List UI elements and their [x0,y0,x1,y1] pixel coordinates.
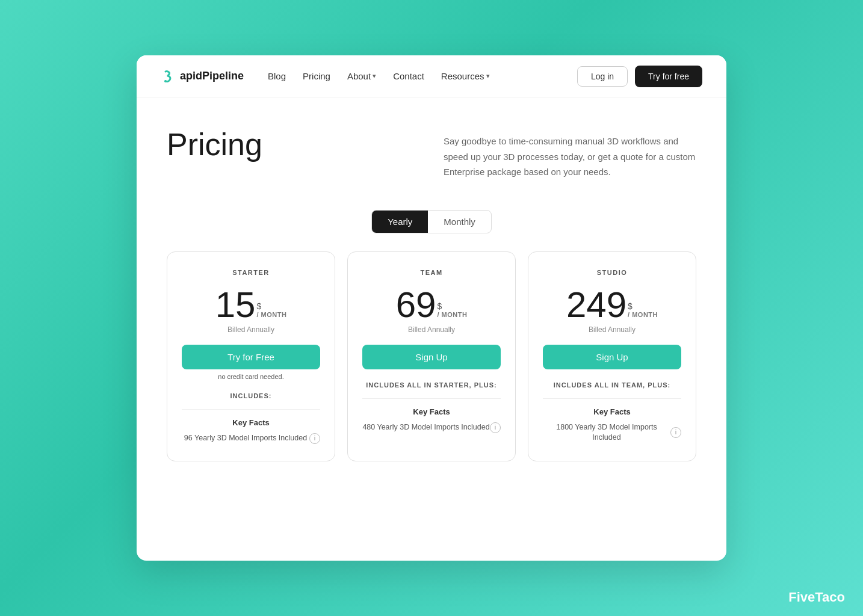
studio-cta-button[interactable]: Sign Up [543,345,681,369]
billing-toggle-container: Yearly Monthly [167,210,696,233]
team-billed: Billed Annually [362,325,501,334]
hero-description: Say goodbye to time-consuming manual 3D … [444,134,696,180]
hero-section: Pricing Say goodbye to time-consuming ma… [167,128,696,180]
studio-divider-1 [543,398,681,399]
team-plan-card: TEAM 69 $ / MONTH Billed Annually Sign U… [347,251,516,461]
starter-price-detail: $ / MONTH [256,301,286,318]
team-price-row: 69 $ / MONTH [362,287,501,323]
studio-price-detail: $ / MONTH [628,301,658,318]
team-price: 69 [396,287,436,323]
team-period: / MONTH [437,311,467,318]
nav-contact[interactable]: Contact [393,71,424,81]
team-key-facts-title: Key Facts [362,407,501,416]
starter-fact-text: 96 Yearly 3D Model Imports Included [182,433,309,444]
studio-key-facts-title: Key Facts [543,407,681,416]
main-content: Pricing Say goodbye to time-consuming ma… [137,97,726,485]
starter-billed: Billed Annually [182,325,320,334]
studio-fact-row: 1800 Yearly 3D Model Imports Included i [543,422,681,443]
header: apidPipeline Blog Pricing About ▾ Contac… [137,55,726,97]
studio-info-icon[interactable]: i [670,427,681,438]
nav: Blog Pricing About ▾ Contact Resources ▾ [268,71,577,81]
monthly-toggle-button[interactable]: Monthly [428,211,491,233]
studio-plan-card: STUDIO 249 $ / MONTH Billed Annually Sig… [528,251,696,461]
nav-pricing[interactable]: Pricing [303,71,330,81]
nav-about[interactable]: About ▾ [347,71,376,81]
starter-plan-card: STARTER 15 $ / MONTH Billed Annually Try… [167,251,335,461]
team-cta-button[interactable]: Sign Up [362,345,501,369]
studio-price: 249 [566,287,626,323]
starter-key-facts-title: Key Facts [182,418,320,427]
starter-price: 15 [215,287,256,323]
billing-toggle: Yearly Monthly [371,210,492,233]
studio-tier-label: STUDIO [543,269,681,276]
nav-resources[interactable]: Resources ▾ [441,71,490,81]
pricing-cards: STARTER 15 $ / MONTH Billed Annually Try… [167,251,696,461]
starter-cta-button[interactable]: Try for Free [182,345,320,369]
starter-info-icon[interactable]: i [309,433,320,444]
team-includes-label: INCLUDES ALL IN STARTER, PLUS: [362,381,501,389]
team-fact-row: 480 Yearly 3D Model Imports Included i [362,422,501,433]
try-free-button[interactable]: Try for free [635,66,702,87]
login-button[interactable]: Log in [577,66,628,87]
logo-text: apidPipeline [180,70,244,82]
starter-cta-sub: no credit card needed. [182,373,320,380]
team-dollar: $ [437,301,467,311]
starter-dollar: $ [256,301,286,311]
studio-price-row: 249 $ / MONTH [543,287,681,323]
starter-period: / MONTH [256,311,286,318]
resources-chevron-icon: ▾ [486,72,490,80]
team-info-icon[interactable]: i [490,422,501,433]
team-tier-label: TEAM [362,269,501,276]
page-title: Pricing [167,128,262,162]
studio-fact-text: 1800 Yearly 3D Model Imports Included [543,422,670,443]
team-fact-text: 480 Yearly 3D Model Imports Included [362,422,490,433]
footer-brand: FiveTaco [788,590,845,605]
logo[interactable]: apidPipeline [161,68,244,85]
starter-price-row: 15 $ / MONTH [182,287,320,323]
team-divider-1 [362,398,501,399]
team-price-detail: $ / MONTH [437,301,467,318]
about-chevron-icon: ▾ [373,72,376,80]
starter-includes-label: INCLUDES: [182,392,320,399]
studio-billed: Billed Annually [543,325,681,334]
studio-dollar: $ [628,301,658,311]
studio-period: / MONTH [628,311,658,318]
starter-tier-label: STARTER [182,269,320,276]
svg-point-0 [164,80,167,82]
starter-fact-row: 96 Yearly 3D Model Imports Included i [182,433,320,444]
nav-blog[interactable]: Blog [268,71,286,81]
header-actions: Log in Try for free [577,66,702,87]
yearly-toggle-button[interactable]: Yearly [372,211,428,233]
studio-includes-label: INCLUDES ALL IN TEAM, PLUS: [543,381,681,389]
starter-divider-1 [182,409,320,410]
